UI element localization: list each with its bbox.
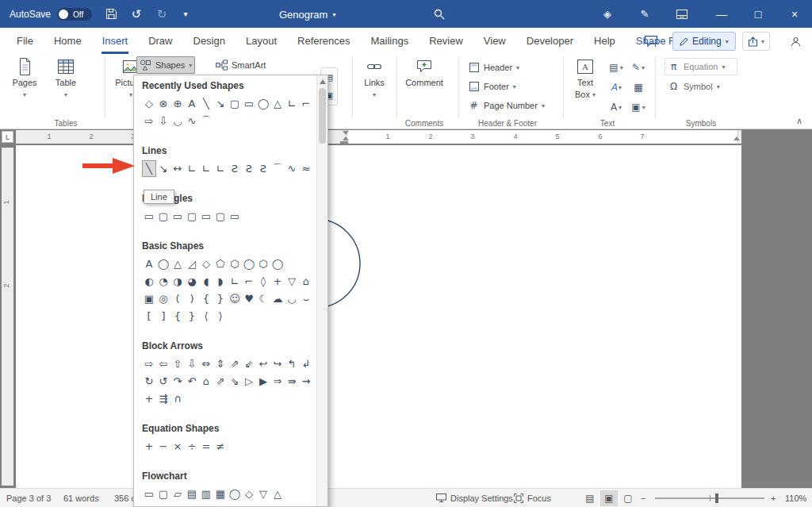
shape-item[interactable]: ⟩ — [213, 308, 228, 325]
char-count[interactable]: 356 c — [114, 489, 136, 507]
zoom-level[interactable]: 110% — [785, 489, 806, 507]
shape-item[interactable]: ⊗ — [156, 95, 170, 112]
shape-item-line[interactable]: ╲ — [142, 160, 156, 177]
save-button[interactable] — [100, 0, 122, 28]
shape-item[interactable]: × — [170, 438, 185, 455]
equation-button[interactable]: π Equation ▾ — [665, 58, 737, 75]
tab-help[interactable]: Help — [584, 28, 626, 54]
shape-item[interactable]: A — [142, 255, 156, 272]
shape-item[interactable]: ∟ — [228, 273, 242, 290]
share-button[interactable]: ▾ — [742, 32, 770, 51]
web-layout-button[interactable]: ▢ — [619, 490, 637, 506]
links-button[interactable]: Links ▾ — [357, 57, 392, 100]
header-button[interactable]: Header ▾ — [465, 59, 523, 76]
shape-item[interactable]: ▭ — [242, 95, 256, 112]
shape-item[interactable]: ⇛ — [285, 373, 299, 390]
shape-item[interactable]: + — [142, 438, 156, 455]
shape-item[interactable]: ◖ — [199, 273, 213, 290]
shape-item[interactable]: ▣ — [142, 290, 156, 307]
autosave-toggle[interactable]: Off — [57, 8, 92, 21]
shape-item[interactable]: ◕ — [185, 273, 199, 290]
shape-item[interactable]: } — [213, 290, 228, 307]
shape-item[interactable]: ▢ — [156, 208, 170, 225]
shape-item[interactable]: ⇩ — [156, 113, 170, 129]
shape-item[interactable]: ♥ — [242, 290, 256, 307]
shape-item[interactable]: ◫ — [285, 503, 299, 506]
shape-item[interactable]: ◯ — [270, 255, 285, 272]
editing-mode-button[interactable]: Editing ▾ — [672, 32, 736, 51]
shape-item[interactable]: ◯ — [142, 503, 156, 506]
shape-item[interactable]: A — [185, 95, 199, 112]
tab-insert[interactable]: Insert — [92, 28, 139, 54]
shape-item[interactable]: ◡ — [170, 113, 185, 129]
shape-item[interactable]: ◐ — [142, 273, 156, 290]
shape-item[interactable]: { — [199, 290, 213, 307]
shape-item[interactable]: ◇ — [142, 95, 156, 112]
right-indent-marker[interactable] — [733, 136, 740, 140]
shape-item[interactable]: ⇗ — [213, 373, 228, 390]
shape-item[interactable]: △ — [270, 486, 285, 502]
undo-button[interactable]: ↺ — [125, 0, 147, 28]
shape-item[interactable]: ▧ — [199, 503, 213, 506]
shape-item[interactable]: ▱ — [170, 486, 185, 502]
tab-layout[interactable]: Layout — [236, 28, 287, 54]
shape-item[interactable]: ∿ — [285, 160, 299, 177]
shape-item[interactable]: ▽ — [242, 503, 256, 506]
shape-item[interactable]: ▽ — [256, 486, 270, 502]
zoom-in-button[interactable]: + — [771, 489, 776, 507]
tab-design[interactable]: Design — [183, 28, 236, 54]
qat-customize-caret-icon[interactable]: ▾ — [174, 0, 197, 28]
shape-item[interactable]: ⇨ — [142, 355, 156, 372]
left-indent-marker[interactable] — [340, 141, 348, 144]
scrollbar-thumb[interactable] — [319, 88, 326, 144]
object-button[interactable]: ▣▾ — [628, 98, 649, 116]
shape-item[interactable]: ∟ — [185, 160, 199, 177]
shape-item[interactable]: Ƨ — [242, 160, 256, 177]
shape-item[interactable]: ▽ — [285, 273, 299, 290]
text-box-button[interactable]: A Text Box ▾ — [568, 57, 603, 100]
display-settings-button[interactable]: Display Settings — [436, 489, 513, 507]
shape-item[interactable]: ⌂ — [199, 373, 213, 390]
shape-item[interactable]: ◯ — [256, 95, 270, 112]
comment-button[interactable]: Comment — [401, 57, 447, 88]
people-icon[interactable] — [785, 32, 806, 51]
shape-item[interactable]: ↷ — [170, 373, 185, 390]
shape-item[interactable]: = — [199, 438, 213, 455]
tab-home[interactable]: Home — [44, 28, 92, 54]
shape-item[interactable]: ◎ — [156, 290, 170, 307]
shape-item[interactable]: { — [170, 308, 185, 325]
shape-item[interactable]: ▨ — [213, 503, 228, 506]
shape-item[interactable]: ⇗ — [228, 355, 242, 372]
shape-item[interactable]: ⊕ — [185, 503, 199, 506]
shape-item[interactable]: ↩ — [256, 355, 270, 372]
draw-pen-icon[interactable]: ✎ — [634, 0, 656, 28]
tab-draw[interactable]: Draw — [138, 28, 182, 54]
shape-item[interactable]: ◯ — [156, 255, 170, 272]
shape-item[interactable]: ⇩ — [185, 355, 199, 372]
shape-item[interactable]: ◿ — [185, 255, 199, 272]
shape-item[interactable]: ⟨ — [199, 308, 213, 325]
shape-item[interactable]: ◔ — [156, 273, 170, 290]
shape-item[interactable]: △ — [170, 255, 185, 272]
shape-item[interactable]: ∟ — [199, 160, 213, 177]
shape-item[interactable]: ↶ — [185, 373, 199, 390]
drop-cap-button[interactable]: A▾ — [606, 98, 626, 116]
search-icon[interactable] — [428, 0, 450, 28]
pages-button[interactable]: Pages ▾ — [6, 57, 43, 100]
table-button[interactable]: Table ▾ — [48, 57, 84, 100]
sketch-diamond-icon[interactable]: ◈ — [596, 0, 619, 28]
shape-item[interactable]: ⇧ — [170, 355, 185, 372]
shape-item[interactable]: ≠ — [213, 438, 228, 455]
scroll-up-icon[interactable] — [320, 79, 326, 84]
shape-item[interactable]: ◇ — [228, 503, 242, 506]
shape-item[interactable]: ◇ — [199, 255, 213, 272]
shape-item[interactable]: ◡ — [285, 290, 299, 307]
shape-item[interactable]: ⇶ — [156, 390, 170, 407]
shape-item[interactable]: ∩ — [170, 390, 185, 407]
shapes-button[interactable]: Shapes ▾ — [136, 56, 195, 74]
shape-item[interactable]: − — [156, 438, 170, 455]
shape-item[interactable]: ◯ — [228, 486, 242, 502]
shape-item[interactable]: ⇝ — [299, 373, 313, 390]
shape-item[interactable]: ☾ — [256, 290, 270, 307]
maximize-button[interactable]: □ — [741, 0, 776, 28]
